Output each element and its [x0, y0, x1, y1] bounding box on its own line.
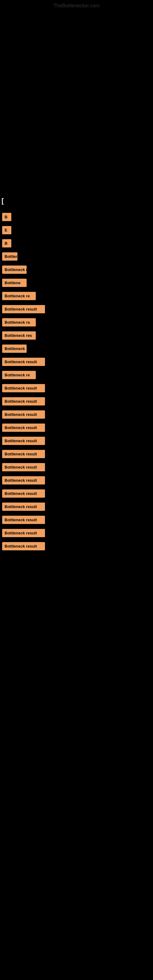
- bottleneck-row: Bottleneck result: [2, 461, 151, 473]
- bottleneck-row: B: [2, 211, 151, 223]
- bottleneck-badge[interactable]: Bottleneck result: [2, 450, 45, 458]
- bottleneck-row: Bottleneck ra: [2, 317, 151, 328]
- bottleneck-row: Bottleneck result: [2, 382, 151, 394]
- bottleneck-badge[interactable]: Bottleneck ra: [2, 318, 36, 326]
- bottleneck-row: Bottleneck result: [2, 514, 151, 526]
- bottleneck-badge[interactable]: B: [2, 213, 11, 221]
- bottleneck-row: Bottlen: [2, 250, 151, 262]
- bottleneck-badge[interactable]: B: [2, 239, 11, 247]
- bottleneck-row: Bottleneck re: [2, 369, 151, 381]
- bottleneck-badge[interactable]: Bottleneck result: [2, 542, 45, 550]
- bottleneck-badge[interactable]: Bottleneck result: [2, 410, 45, 418]
- bottleneck-badge[interactable]: Bottleneck: [2, 345, 27, 353]
- bottleneck-row: Bottleneck result: [2, 474, 151, 486]
- bottleneck-badge[interactable]: Bottleneck result: [2, 503, 45, 511]
- bottleneck-badge[interactable]: E: [2, 226, 11, 234]
- bottleneck-badge[interactable]: Bottleneck res: [2, 331, 36, 340]
- bottleneck-row: Bottleneck result: [2, 356, 151, 368]
- bottleneck-row: Bottleneck result: [2, 448, 151, 460]
- bottleneck-row: E: [2, 224, 151, 236]
- section-label: [: [0, 194, 153, 208]
- bottleneck-row: Bottleneck result: [2, 422, 151, 434]
- bottleneck-badge[interactable]: Bottleneck re: [2, 371, 36, 379]
- bottleneck-row: Bottleneck result: [2, 527, 151, 539]
- bottleneck-badge[interactable]: Bottleneck result: [2, 305, 45, 313]
- bottleneck-badge[interactable]: Bottleneck result: [2, 397, 45, 406]
- bottleneck-row: Bottleneck res: [2, 329, 151, 342]
- bottleneck-row: Bottlene: [2, 277, 151, 289]
- bottleneck-row: Bottleneck result: [2, 488, 151, 500]
- bottleneck-row: Bottleneck result: [2, 303, 151, 315]
- chart-area: [0, 10, 153, 194]
- bottleneck-badge[interactable]: Bottleneck result: [2, 516, 45, 524]
- site-title: TheBottlenecker.com: [0, 0, 153, 10]
- bottleneck-row: Bottleneck result: [2, 540, 151, 552]
- bottleneck-badge[interactable]: Bottleneck r: [2, 266, 27, 274]
- bottleneck-row: Bottleneck result: [2, 395, 151, 407]
- bottleneck-row: Bottleneck result: [2, 409, 151, 420]
- bottleneck-row: Bottleneck r: [2, 264, 151, 275]
- bottleneck-row: B: [2, 237, 151, 249]
- bottleneck-badge[interactable]: Bottleneck result: [2, 489, 45, 498]
- bottleneck-badge[interactable]: Bottlen: [2, 252, 18, 261]
- bottleneck-badge[interactable]: Bottleneck result: [2, 358, 45, 366]
- bottleneck-badge[interactable]: Bottleneck result: [2, 529, 45, 537]
- bottleneck-row: Bottleneck: [2, 343, 151, 355]
- bottleneck-row: Bottleneck result: [2, 435, 151, 447]
- bottleneck-badge[interactable]: Bottleneck result: [2, 423, 45, 432]
- bottleneck-badge[interactable]: Bottlene: [2, 279, 27, 287]
- bottleneck-row: Bottleneck result: [2, 501, 151, 513]
- bottleneck-badge[interactable]: Bottleneck result: [2, 476, 45, 485]
- bottleneck-badge[interactable]: Bottleneck result: [2, 384, 45, 392]
- bottleneck-badge[interactable]: Bottleneck result: [2, 437, 45, 445]
- bottleneck-badge[interactable]: Bottleneck re: [2, 292, 36, 300]
- rows-container: BEBBottlenBottleneck rBottleneBottleneck…: [0, 208, 153, 557]
- bottleneck-badge[interactable]: Bottleneck result: [2, 463, 45, 471]
- bottleneck-row: Bottleneck re: [2, 290, 151, 302]
